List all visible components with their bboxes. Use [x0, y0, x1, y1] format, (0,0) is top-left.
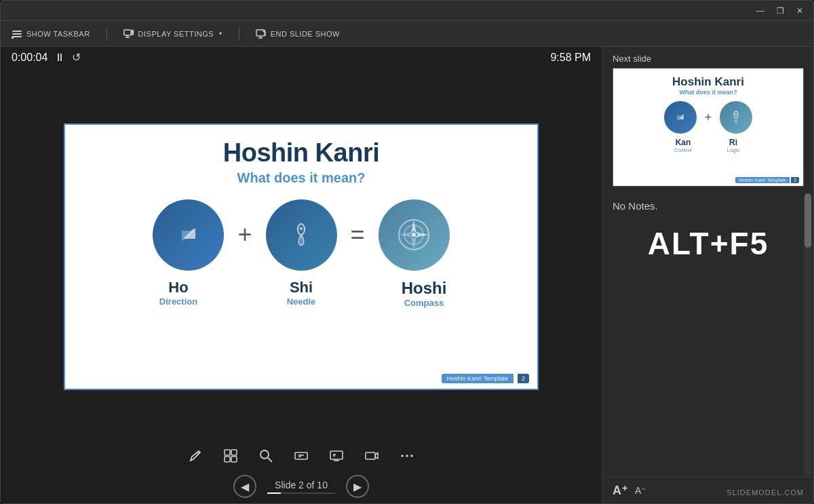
svg-point-41 — [410, 454, 413, 457]
camera-tool-button[interactable] — [360, 444, 384, 468]
svg-point-26 — [260, 450, 269, 459]
more-tools-button[interactable] — [395, 444, 419, 468]
thumb-title: Hoshin Kanri — [672, 75, 744, 89]
scrollbar-thumb[interactable] — [805, 193, 811, 248]
ho-label-group: Ho Direction — [143, 279, 214, 307]
ho-label: Ho — [143, 279, 214, 296]
toolbar-divider-2 — [239, 27, 239, 41]
shi-label: Shi — [266, 279, 337, 296]
slide-icons-row: + = — [153, 199, 449, 271]
timer-display: 0:00:04 — [12, 52, 47, 64]
display-settings-arrow: ▾ — [219, 31, 222, 37]
slide-wrapper: Hoshin Kanri What does it mean? — [64, 123, 539, 390]
show-taskbar-button[interactable]: SHOW TASKBAR — [12, 28, 90, 39]
pen-tool-button[interactable] — [183, 444, 208, 468]
next-slide-thumbnail: Hoshin Kanri What does it mean? + — [613, 68, 804, 187]
svg-point-17 — [300, 227, 303, 230]
svg-rect-3 — [12, 37, 14, 39]
end-slide-show-button[interactable]: END SLIDE SHOW — [256, 28, 340, 39]
slide-counter-text: Slide 2 of 10 — [275, 480, 328, 490]
svg-rect-36 — [366, 452, 375, 459]
thumb-kan-sub: Control — [667, 147, 699, 153]
main-area: 0:00:04 ⏸ ↺ 9:58 PM Hoshin Kanri What do… — [1, 47, 813, 503]
hoshi-label: Hoshi — [389, 279, 460, 298]
timer-bar: 0:00:04 ⏸ ↺ 9:58 PM — [1, 47, 602, 68]
svg-point-45 — [735, 114, 737, 115]
thumb-ri-sub: Logic — [717, 147, 750, 153]
svg-point-39 — [401, 454, 404, 457]
slide-footer: Hoshin Kanri Template 2 — [442, 374, 529, 383]
svg-marker-37 — [375, 453, 378, 459]
thumb-subtitle: What does it mean? — [679, 89, 737, 96]
ho-sublabel: Direction — [143, 296, 214, 307]
thumb-plus-icon: + — [705, 111, 712, 125]
thumb-ri-group: Ri Logic — [717, 138, 750, 153]
svg-rect-22 — [225, 450, 230, 455]
svg-rect-31 — [330, 451, 343, 459]
shortcut-display: ALT+F5 — [622, 225, 794, 262]
restore-button[interactable]: ❐ — [773, 5, 788, 17]
svg-rect-25 — [231, 457, 237, 462]
template-badge: Hoshin Kanri Template — [442, 374, 513, 383]
next-slide-button[interactable]: ▶ — [346, 475, 369, 498]
pause-button[interactable]: ⏸ — [54, 52, 65, 64]
toolbar: SHOW TASKBAR DISPLAY SETTINGS ▾ — [1, 21, 813, 47]
scrollbar-track[interactable] — [804, 193, 812, 477]
end-slide-show-icon — [256, 28, 267, 39]
thumb-labels-row: Kan Control Ri Logic — [667, 138, 750, 153]
slide-progress-fill — [267, 492, 281, 494]
shortcut-hint: ALT+F5 — [613, 212, 804, 275]
hoshi-sublabel: Compass — [389, 298, 460, 308]
svg-rect-0 — [12, 31, 22, 32]
notes-text: No Notes. — [613, 200, 804, 212]
slide-progress-bar — [267, 492, 335, 494]
title-bar-controls: — ❐ ✕ — [753, 5, 807, 17]
reset-timer-button[interactable]: ↺ — [72, 51, 81, 64]
toolbar-divider-1 — [106, 27, 107, 41]
grid-tool-button[interactable] — [218, 444, 243, 468]
svg-rect-1 — [12, 33, 22, 35]
slide-number-badge: 2 — [518, 374, 529, 383]
show-taskbar-label: SHOW TASKBAR — [26, 30, 90, 38]
display-settings-icon — [123, 28, 134, 39]
thumb-num: 3 — [791, 177, 799, 183]
svg-rect-4 — [124, 30, 131, 35]
shi-sublabel: Needle — [266, 296, 337, 307]
thumb-kan-label: Kan — [667, 138, 699, 147]
prev-slide-button[interactable]: ◀ — [233, 475, 256, 498]
shi-label-group: Shi Needle — [266, 279, 337, 307]
hoshi-label-group: Hoshi Compass — [389, 279, 460, 308]
slide-main-subtitle: What does it mean? — [237, 170, 366, 186]
svg-rect-2 — [12, 36, 22, 37]
minimize-button[interactable]: — — [753, 5, 768, 17]
font-decrease-button[interactable]: A⁻ — [635, 485, 646, 496]
taskbar-icon — [12, 28, 22, 39]
svg-rect-7 — [132, 30, 134, 35]
thumb-ri-circle — [720, 101, 752, 134]
thumb-kan-circle — [664, 101, 697, 134]
display-settings-label: DISPLAY SETTINGS — [138, 30, 214, 38]
thumb-icons-row: + — [664, 101, 753, 134]
window-frame: — ❐ ✕ SHOW TASKBAR — [0, 0, 814, 504]
slide-counter: Slide 2 of 10 — [267, 480, 335, 494]
thumb-kan-group: Kan Control — [667, 138, 699, 153]
svg-line-27 — [268, 458, 272, 462]
notes-area: No Notes. ALT+F5 — [603, 193, 813, 477]
svg-point-20 — [412, 233, 416, 237]
bottom-toolbar: ◀ Slide 2 of 10 ▶ — [1, 440, 602, 503]
close-button[interactable]: ✕ — [793, 5, 807, 17]
nav-row: ◀ Slide 2 of 10 ▶ — [233, 475, 369, 498]
display-settings-button[interactable]: DISPLAY SETTINGS ▾ — [123, 28, 222, 39]
pointer-tool-button[interactable] — [289, 444, 313, 468]
title-bar: — ❐ ✕ — [1, 1, 813, 21]
monitor-tool-button[interactable] — [324, 444, 349, 468]
next-slide-label: Next slide — [603, 47, 813, 68]
svg-rect-23 — [231, 450, 237, 455]
svg-line-21 — [197, 452, 199, 454]
zoom-tool-button[interactable] — [254, 444, 278, 468]
thumb-badge: Hoshin Kanri Template — [735, 177, 790, 183]
clock-display: 9:58 PM — [550, 52, 591, 64]
font-increase-button[interactable]: A⁺ — [613, 483, 628, 498]
slide-container: Hoshin Kanri What does it mean? — [1, 68, 602, 440]
end-slide-show-label: END SLIDE SHOW — [271, 30, 340, 38]
